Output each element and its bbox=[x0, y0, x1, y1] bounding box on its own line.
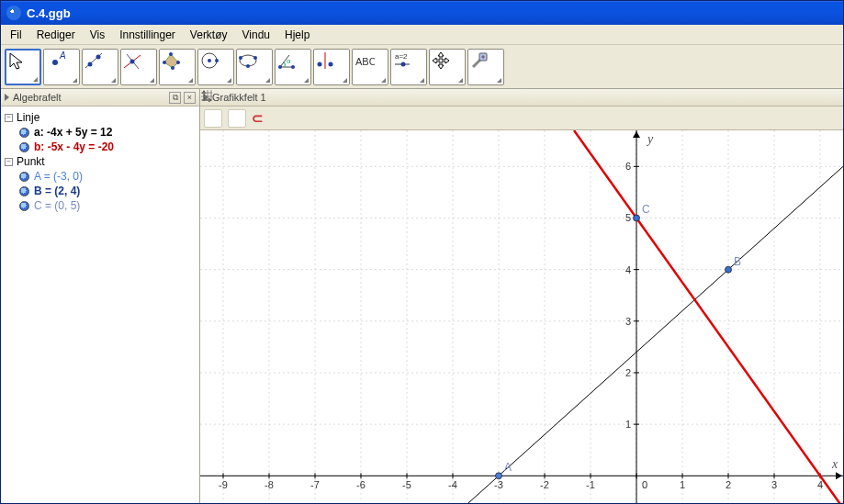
tool-move-graphics[interactable] bbox=[429, 49, 466, 85]
titlebar: C.4.ggb bbox=[1, 1, 843, 25]
svg-text:1: 1 bbox=[680, 479, 685, 490]
svg-point-24 bbox=[318, 62, 322, 66]
svg-text:-5: -5 bbox=[402, 479, 411, 490]
menu-fil[interactable]: Fil bbox=[3, 27, 29, 43]
svg-point-104 bbox=[726, 266, 732, 273]
app-icon bbox=[6, 6, 21, 20]
tool-circle[interactable] bbox=[197, 49, 234, 85]
svg-text:ABC: ABC bbox=[355, 56, 375, 67]
svg-text:3: 3 bbox=[625, 316, 631, 327]
axes-toggle[interactable] bbox=[204, 109, 222, 128]
undock-icon[interactable]: ⧉ bbox=[169, 92, 181, 104]
svg-point-18 bbox=[246, 64, 250, 68]
svg-point-3 bbox=[88, 62, 93, 66]
tool-perpendicular[interactable] bbox=[120, 49, 157, 85]
tree-item[interactable]: A = (-3, 0) bbox=[3, 169, 197, 184]
svg-point-4 bbox=[96, 54, 101, 59]
tool-reflect[interactable] bbox=[313, 49, 350, 85]
svg-text:A: A bbox=[504, 461, 512, 474]
svg-text:5: 5 bbox=[625, 212, 631, 223]
svg-point-22 bbox=[291, 65, 295, 69]
svg-text:-6: -6 bbox=[356, 479, 366, 490]
tree-item[interactable]: C = (0, 5) bbox=[3, 198, 197, 213]
tool-slider[interactable]: a=2 bbox=[390, 49, 427, 85]
tree-group[interactable]: −Linje bbox=[3, 110, 197, 125]
svg-point-15 bbox=[215, 59, 219, 62]
svg-point-17 bbox=[239, 56, 242, 60]
algebra-header[interactable]: Algebrafelt ⧉ × bbox=[1, 89, 199, 106]
svg-text:B: B bbox=[734, 255, 741, 268]
svg-text:4: 4 bbox=[817, 479, 823, 490]
svg-text:4: 4 bbox=[625, 264, 631, 275]
svg-point-29 bbox=[401, 62, 406, 66]
svg-point-25 bbox=[329, 62, 333, 66]
svg-line-100 bbox=[200, 166, 843, 503]
svg-text:1: 1 bbox=[625, 419, 631, 430]
algebra-title: Algebrafelt bbox=[13, 92, 62, 103]
svg-point-7 bbox=[130, 59, 135, 63]
menubar: Fil Rediger Vis Innstillinger Verktøy Vi… bbox=[1, 25, 843, 45]
svg-point-0 bbox=[52, 60, 58, 65]
menu-innstillinger[interactable]: Innstillinger bbox=[112, 27, 183, 43]
tool-options[interactable] bbox=[467, 49, 504, 85]
tool-move[interactable] bbox=[5, 49, 41, 85]
svg-point-106 bbox=[634, 215, 640, 221]
tree-item[interactable]: b: -5x - 4y = -20 bbox=[3, 140, 197, 154]
svg-text:6: 6 bbox=[625, 161, 631, 172]
tool-line[interactable] bbox=[82, 49, 118, 85]
tool-angle[interactable]: α bbox=[275, 49, 311, 85]
svg-point-9 bbox=[169, 52, 173, 56]
tool-text[interactable]: ABC bbox=[352, 49, 388, 85]
menu-hjelp[interactable]: Hjelp bbox=[277, 27, 317, 43]
window-title: C.4.ggb bbox=[27, 6, 71, 20]
svg-text:2: 2 bbox=[625, 367, 631, 378]
graphics-panel: Grafikkfelt 1 ⊂ -9-8-7-6-5-4-3-2-1123401… bbox=[200, 89, 843, 503]
tool-point[interactable]: A bbox=[43, 49, 80, 85]
close-panel-icon[interactable]: × bbox=[184, 92, 196, 104]
svg-text:x: x bbox=[831, 457, 838, 471]
svg-text:-8: -8 bbox=[264, 479, 274, 490]
tree-group[interactable]: −Punkt bbox=[3, 154, 197, 169]
tree-item[interactable]: B = (2, 4) bbox=[3, 184, 197, 198]
svg-text:3: 3 bbox=[771, 479, 777, 490]
svg-text:α: α bbox=[287, 57, 291, 65]
graphics-header[interactable]: Grafikkfelt 1 bbox=[200, 89, 843, 106]
svg-marker-8 bbox=[164, 54, 178, 68]
svg-point-14 bbox=[208, 59, 211, 62]
svg-text:0: 0 bbox=[642, 479, 647, 490]
menu-vis[interactable]: Vis bbox=[83, 27, 112, 43]
svg-text:-2: -2 bbox=[540, 479, 549, 490]
magnet-icon[interactable]: ⊂ bbox=[252, 110, 264, 127]
svg-text:2: 2 bbox=[726, 479, 731, 490]
menu-verktoy[interactable]: Verktøy bbox=[183, 27, 235, 43]
collapse-icon[interactable] bbox=[5, 94, 9, 101]
svg-text:-9: -9 bbox=[219, 479, 228, 490]
svg-point-21 bbox=[278, 65, 282, 69]
svg-point-10 bbox=[176, 61, 180, 64]
algebra-panel: Algebrafelt ⧉ × −Linjea: -4x + 5y = 12b:… bbox=[1, 89, 200, 503]
tree-item[interactable]: a: -4x + 5y = 12 bbox=[3, 125, 197, 140]
graphics-toolbar: ⊂ bbox=[200, 106, 843, 130]
svg-text:C: C bbox=[642, 203, 650, 216]
tool-ellipse[interactable] bbox=[236, 49, 273, 85]
svg-text:-4: -4 bbox=[448, 479, 457, 490]
graphics-view[interactable]: -9-8-7-6-5-4-3-2-112340123456xyABC bbox=[200, 130, 843, 503]
algebra-tree: −Linjea: -4x + 5y = 12b: -5x - 4y = -20−… bbox=[1, 106, 199, 217]
svg-text:A: A bbox=[59, 50, 66, 61]
svg-text:-1: -1 bbox=[586, 479, 595, 490]
svg-text:-7: -7 bbox=[310, 479, 320, 490]
svg-text:y: y bbox=[646, 132, 654, 146]
svg-point-19 bbox=[253, 56, 257, 60]
graphics-title: Grafikkfelt 1 bbox=[212, 92, 266, 103]
menu-rediger[interactable]: Rediger bbox=[29, 27, 83, 43]
menu-vindu[interactable]: Vindu bbox=[235, 27, 277, 43]
svg-text:-3: -3 bbox=[494, 479, 503, 490]
svg-point-102 bbox=[496, 473, 502, 479]
toolbar: A α ABC a=2 bbox=[1, 45, 843, 89]
svg-point-11 bbox=[171, 66, 174, 70]
tool-polygon[interactable] bbox=[159, 49, 196, 85]
svg-text:a=2: a=2 bbox=[395, 52, 408, 61]
svg-line-101 bbox=[574, 130, 842, 503]
grid-toggle[interactable] bbox=[228, 109, 246, 128]
svg-point-12 bbox=[163, 61, 166, 64]
